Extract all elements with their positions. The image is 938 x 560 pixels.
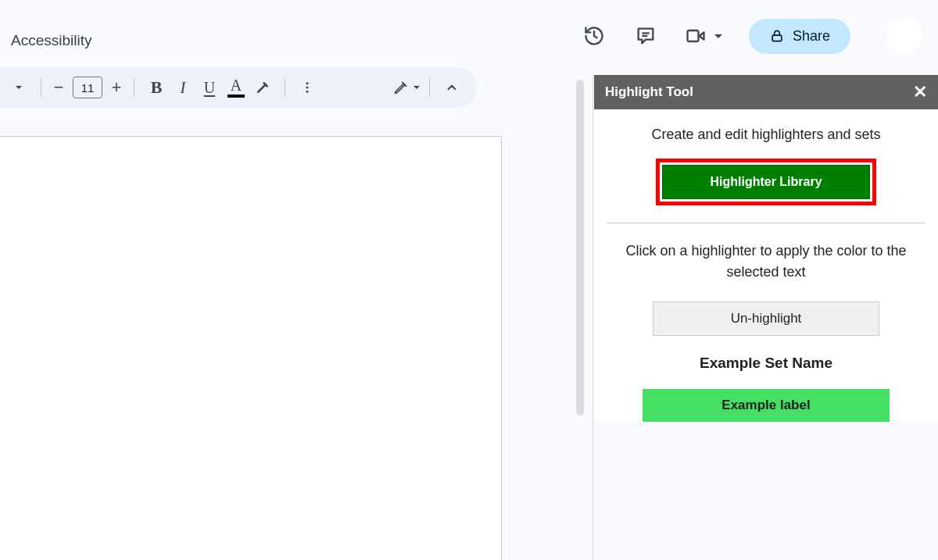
more-button[interactable] (295, 75, 320, 100)
avatar[interactable] (886, 18, 922, 54)
svg-rect-4 (772, 35, 782, 41)
close-icon[interactable]: ✕ (913, 84, 927, 101)
vertical-scrollbar[interactable] (575, 80, 585, 416)
text-color-swatch (227, 95, 245, 98)
highlighter-icon (254, 79, 271, 96)
toolbar-separator (134, 78, 134, 97)
underline-button[interactable]: U (197, 75, 222, 100)
panel-desc-apply: Click on a highlighter to apply the colo… (610, 241, 922, 283)
svg-point-5 (306, 82, 309, 84)
share-label: Share (793, 28, 830, 45)
font-size-increase[interactable]: + (109, 77, 124, 98)
toolbar: − + B I U A (0, 67, 477, 108)
menu-accessibility[interactable]: Accessibility (11, 32, 91, 49)
italic-button[interactable]: I (170, 75, 195, 100)
comments-icon[interactable] (633, 23, 658, 48)
svg-marker-3 (700, 32, 704, 39)
menubar: Accessibility Share (0, 0, 938, 67)
chevron-up-icon (445, 80, 459, 95)
italic-icon: I (180, 77, 185, 98)
panel-divider (607, 223, 925, 223)
font-size-group: − + (51, 77, 124, 98)
history-icon[interactable] (582, 23, 607, 48)
bold-icon: B (151, 77, 163, 98)
panel-title: Highlight Tool (605, 84, 693, 100)
toolbar-separator (285, 78, 285, 97)
highlight-tool-panel: Highlight Tool ✕ Create and edit highlig… (594, 75, 938, 422)
editing-mode-button[interactable] (393, 80, 420, 95)
toolbar-separator (429, 78, 430, 97)
pencil-icon (393, 80, 409, 95)
underline-icon: U (204, 79, 215, 97)
more-vert-icon (300, 80, 314, 95)
svg-point-6 (306, 87, 309, 89)
toolbar-separator (41, 78, 41, 97)
svg-rect-2 (687, 30, 698, 41)
panel-header: Highlight Tool ✕ (594, 75, 938, 109)
chevron-down-icon (714, 34, 722, 38)
font-size-input[interactable] (73, 77, 102, 98)
sidebar-separator (593, 75, 593, 560)
menubar-right: Share (582, 18, 922, 54)
highlighter-library-button[interactable]: Highlighter Library (662, 165, 869, 199)
unhighlight-button[interactable]: Un-highlight (653, 301, 879, 336)
bold-button[interactable]: B (144, 75, 169, 100)
document-page[interactable] (0, 136, 502, 560)
text-color-icon: A (231, 77, 242, 93)
panel-desc-create: Create and edit highlighters and sets (607, 127, 925, 143)
svg-point-7 (306, 91, 309, 93)
panel-body: Create and edit highlighters and sets Hi… (594, 109, 938, 422)
highlighter-swatch[interactable]: Example label (643, 389, 890, 422)
panel-library-highlight: Highlighter Library (656, 159, 875, 205)
text-color-button[interactable]: A (224, 75, 249, 100)
share-button[interactable]: Share (749, 19, 850, 54)
chevron-down-icon (16, 86, 22, 89)
lock-icon (769, 28, 785, 44)
scrollbar-thumb[interactable] (576, 80, 584, 416)
font-size-decrease[interactable]: − (51, 77, 66, 98)
collapse-toolbar-button[interactable] (439, 75, 464, 100)
styles-dropdown[interactable] (6, 75, 31, 100)
highlighter-set-name: Example Set Name (607, 355, 925, 372)
meet-button[interactable] (685, 25, 722, 47)
highlight-color-button[interactable] (250, 75, 275, 100)
chevron-down-icon (414, 86, 420, 89)
